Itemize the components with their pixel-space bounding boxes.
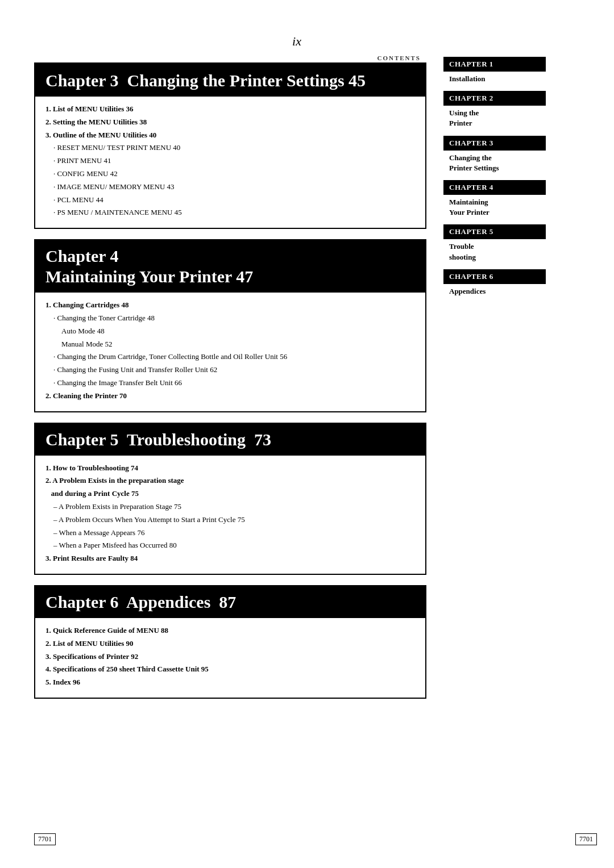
main-content: ix CONTENTS Chapter 3 Changing the Print… bbox=[0, 0, 438, 868]
sidebar-chapter3: CHAPTER 3 Changing the Printer Settings bbox=[443, 136, 546, 180]
footer: 7701 7701 bbox=[34, 833, 597, 845]
list-item: · Changing the Fusing Unit and Transfer … bbox=[45, 364, 415, 376]
sidebar-chapter1-label[interactable]: CHAPTER 1 bbox=[443, 57, 546, 72]
list-item: 1. Changing Cartridges 48 bbox=[45, 299, 415, 311]
list-item: 3. Print Results are Faulty 84 bbox=[45, 553, 415, 565]
page-number: ix bbox=[34, 34, 426, 49]
list-item: and during a Print Cycle 75 bbox=[45, 488, 415, 500]
page-wrapper: ix CONTENTS Chapter 3 Changing the Print… bbox=[0, 0, 614, 868]
sidebar-chapter1-desc: Installation bbox=[443, 74, 546, 91]
list-item: · PRINT MENU 41 bbox=[45, 155, 415, 167]
chapter3-section: Chapter 3 Changing the Printer Settings … bbox=[34, 64, 426, 229]
sidebar: CHAPTER 1 Installation CHAPTER 2 Using t… bbox=[438, 0, 546, 868]
list-item: · IMAGE MENU/ MEMORY MENU 43 bbox=[45, 181, 415, 193]
sidebar-chapter6-label[interactable]: CHAPTER 6 bbox=[443, 269, 546, 284]
chapter6-title: Chapter 6 Appendices 87 bbox=[45, 592, 415, 612]
footer-code-right: 7701 bbox=[575, 833, 597, 845]
list-item: · Changing the Image Transfer Belt Unit … bbox=[45, 377, 415, 389]
sidebar-chapter4-label[interactable]: CHAPTER 4 bbox=[443, 180, 546, 195]
contents-label: CONTENTS bbox=[34, 55, 426, 61]
sidebar-chapter1: CHAPTER 1 Installation bbox=[443, 57, 546, 91]
list-item: Auto Mode 48 bbox=[45, 326, 415, 337]
sidebar-chapter6-desc: Appendices bbox=[443, 286, 546, 303]
list-item: · PS MENU / MAINTENANCE MENU 45 bbox=[45, 207, 415, 219]
list-item: 5. Index 96 bbox=[45, 677, 415, 688]
sidebar-chapter2-label[interactable]: CHAPTER 2 bbox=[443, 91, 546, 106]
list-item: – A Problem Exists in Preparation Stage … bbox=[45, 501, 415, 513]
list-item: 2. Setting the MENU Utilities 38 bbox=[45, 116, 415, 128]
list-item: · Changing the Toner Cartridge 48 bbox=[45, 312, 415, 324]
list-item: · Changing the Drum Cartridge, Toner Col… bbox=[45, 351, 415, 363]
chapter3-header: Chapter 3 Changing the Printer Settings … bbox=[35, 65, 425, 97]
list-item: 3. Outline of the MENU Utilities 40 bbox=[45, 130, 415, 141]
chapter5-header: Chapter 5 Troubleshooting 73 bbox=[35, 424, 425, 456]
sidebar-chapter5: CHAPTER 5 Trouble shooting bbox=[443, 224, 546, 269]
sidebar-chapter4: CHAPTER 4 Maintaining Your Printer bbox=[443, 180, 546, 224]
footer-code-left: 7701 bbox=[34, 833, 56, 845]
chapter3-title: Chapter 3 Changing the Printer Settings … bbox=[45, 70, 415, 91]
sidebar-chapter2-desc: Using the Printer bbox=[443, 108, 546, 135]
list-item: 4. Specifications of 250 sheet Third Cas… bbox=[45, 663, 415, 675]
list-item: 1. How to Troubleshooting 74 bbox=[45, 462, 415, 474]
chapter6-section: Chapter 6 Appendices 87 1. Quick Referen… bbox=[34, 585, 426, 699]
sidebar-chapter4-desc: Maintaining Your Printer bbox=[443, 197, 546, 224]
sidebar-chapter5-label[interactable]: CHAPTER 5 bbox=[443, 224, 546, 239]
sidebar-chapter5-desc: Trouble shooting bbox=[443, 241, 546, 269]
chapter6-content: 1. Quick Reference Guide of MENU 88 2. L… bbox=[35, 618, 425, 698]
list-item: · RESET MENU/ TEST PRINT MENU 40 bbox=[45, 142, 415, 154]
sidebar-chapter6: CHAPTER 6 Appendices bbox=[443, 269, 546, 303]
list-item: – When a Message Appears 76 bbox=[45, 527, 415, 539]
chapter4-content: 1. Changing Cartridges 48 · Changing the… bbox=[35, 293, 425, 411]
list-item: – When a Paper Misfeed has Occurred 80 bbox=[45, 540, 415, 552]
chapter4-title: Chapter 4Maintaining Your Printer 47 bbox=[45, 246, 415, 287]
chapter5-section: Chapter 5 Troubleshooting 73 1. How to T… bbox=[34, 423, 426, 575]
list-item: 2. Cleaning the Printer 70 bbox=[45, 390, 415, 402]
chapter5-title: Chapter 5 Troubleshooting 73 bbox=[45, 429, 415, 450]
chapter5-content: 1. How to Troubleshooting 74 2. A Proble… bbox=[35, 456, 425, 574]
list-item: 1. List of MENU Utilities 36 bbox=[45, 103, 415, 115]
chapter4-header: Chapter 4Maintaining Your Printer 47 bbox=[35, 240, 425, 293]
list-item: · CONFIG MENU 42 bbox=[45, 168, 415, 180]
chapter4-section: Chapter 4Maintaining Your Printer 47 1. … bbox=[34, 239, 426, 412]
sidebar-chapter3-label[interactable]: CHAPTER 3 bbox=[443, 136, 546, 151]
list-item: Manual Mode 52 bbox=[45, 339, 415, 350]
chapter3-content: 1. List of MENU Utilities 36 2. Setting … bbox=[35, 97, 425, 228]
list-item: 3. Specifications of Printer 92 bbox=[45, 651, 415, 663]
list-item: 2. List of MENU Utilities 90 bbox=[45, 638, 415, 650]
list-item: · PCL MENU 44 bbox=[45, 194, 415, 206]
sidebar-chapter3-desc: Changing the Printer Settings bbox=[443, 153, 546, 180]
sidebar-chapter2: CHAPTER 2 Using the Printer bbox=[443, 91, 546, 135]
list-item: 2. A Problem Exists in the preparation s… bbox=[45, 475, 415, 487]
chapter6-header: Chapter 6 Appendices 87 bbox=[35, 586, 425, 618]
list-item: 1. Quick Reference Guide of MENU 88 bbox=[45, 625, 415, 637]
list-item: – A Problem Occurs When You Attempt to S… bbox=[45, 514, 415, 526]
